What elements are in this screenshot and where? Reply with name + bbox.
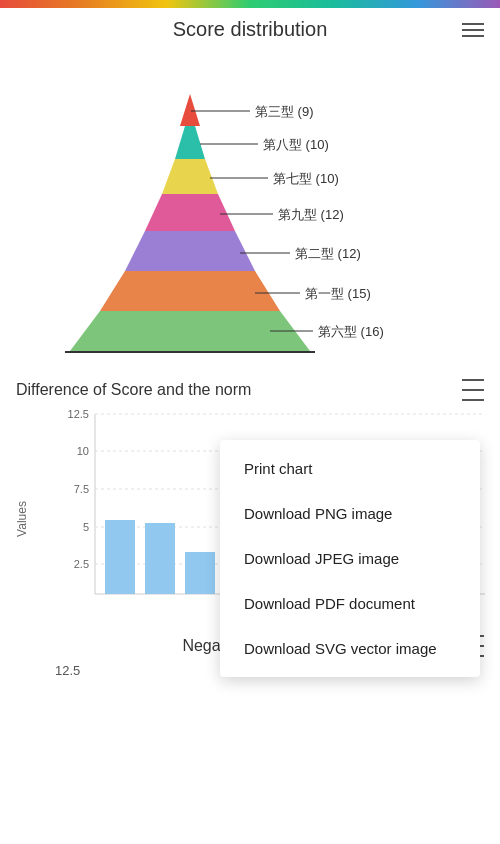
svg-text:第七型 (10): 第七型 (10) <box>273 171 339 186</box>
pyramid-labels: 第三型 (9) 第八型 (10) 第七型 (10) 第九型 (12) 第二型 (… <box>0 56 500 366</box>
download-jpeg-item[interactable]: Download JPEG image <box>220 536 480 581</box>
difference-chart-header: Difference of Score and the norm <box>0 371 500 409</box>
svg-text:第一型 (15): 第一型 (15) <box>305 286 371 301</box>
score-distribution-menu-icon[interactable] <box>462 23 484 37</box>
score-distribution-title: Score distribution <box>173 18 328 41</box>
download-svg-item[interactable]: Download SVG vector image <box>220 626 480 671</box>
difference-chart-title: Difference of Score and the norm <box>16 381 251 399</box>
svg-text:第六型 (16): 第六型 (16) <box>318 324 384 339</box>
download-pdf-item[interactable]: Download PDF document <box>220 581 480 626</box>
dropdown-menu: Print chart Download PNG image Download … <box>220 440 480 677</box>
svg-text:7.5: 7.5 <box>74 483 89 495</box>
top-color-bar <box>0 0 500 8</box>
difference-chart-menu-icon[interactable] <box>462 379 484 401</box>
svg-text:第二型 (12): 第二型 (12) <box>295 246 361 261</box>
score-distribution-header: Score distribution <box>0 8 500 51</box>
svg-text:第八型 (10): 第八型 (10) <box>263 137 329 152</box>
svg-text:第三型 (9): 第三型 (9) <box>255 104 314 119</box>
pyramid-chart: 第三型 (9) 第八型 (10) 第七型 (10) 第九型 (12) 第二型 (… <box>0 51 500 371</box>
svg-text:第九型 (12): 第九型 (12) <box>278 207 344 222</box>
print-chart-item[interactable]: Print chart <box>220 446 480 491</box>
svg-text:5: 5 <box>83 521 89 533</box>
svg-rect-35 <box>105 520 135 594</box>
svg-rect-37 <box>185 552 215 594</box>
y-axis-label: Values <box>15 501 29 537</box>
download-png-item[interactable]: Download PNG image <box>220 491 480 536</box>
svg-rect-36 <box>145 523 175 594</box>
svg-text:2.5: 2.5 <box>74 558 89 570</box>
svg-text:12.5: 12.5 <box>68 409 89 420</box>
svg-text:10: 10 <box>77 445 89 457</box>
